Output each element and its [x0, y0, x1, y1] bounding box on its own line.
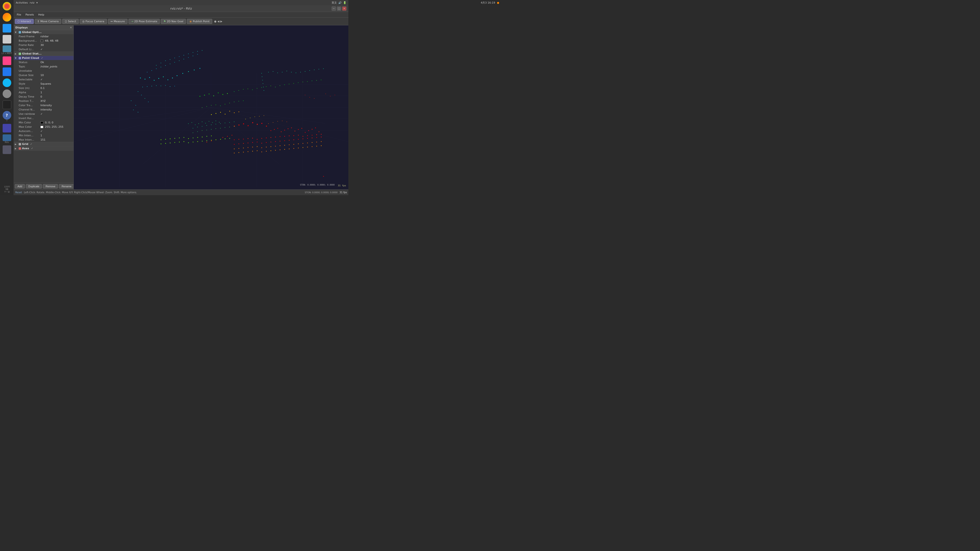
svg-rect-36 — [174, 62, 175, 63]
dock-icon-files[interactable] — [2, 34, 12, 44]
color-transform-value[interactable]: Intensity — [40, 104, 73, 107]
svg-rect-226 — [298, 148, 299, 148]
dock-icon-help[interactable]: ? ? — [2, 111, 12, 122]
svg-rect-214 — [243, 152, 244, 152]
restore-button[interactable]: □ — [337, 6, 341, 11]
point-cloud-header[interactable]: ▼ Point Cloud ✓ — [14, 56, 73, 60]
dock-icon-mrpt[interactable]: LX + MRPT — [2, 45, 12, 55]
size-value: 0.1 — [40, 87, 73, 90]
svg-rect-312 — [314, 98, 315, 99]
autocompute-value[interactable]: ✓ — [40, 130, 73, 133]
menu-help[interactable]: Help — [37, 13, 46, 17]
background-swatch[interactable] — [40, 40, 43, 42]
svg-rect-131 — [270, 130, 271, 131]
max-color-swatch[interactable] — [40, 126, 43, 128]
svg-rect-116 — [259, 116, 259, 116]
svg-rect-287 — [225, 127, 225, 128]
svg-rect-33 — [161, 67, 161, 67]
svg-rect-132 — [274, 129, 275, 130]
menu-file[interactable]: File — [15, 13, 23, 17]
svg-rect-173 — [239, 143, 239, 144]
dock-icon-settings[interactable] — [2, 89, 12, 99]
toolbar-focus-camera[interactable]: ◎ Focus Camera — [80, 19, 107, 24]
svg-rect-269 — [219, 122, 220, 122]
svg-rect-18 — [145, 79, 145, 79]
dock-icon-rviz[interactable]: RViz — [2, 134, 12, 144]
svg-rect-274 — [211, 125, 212, 125]
topic-value[interactable]: /rslidar_points — [40, 65, 73, 68]
dock-icon-vscode[interactable] — [2, 23, 12, 33]
3d-viewport[interactable]: 31 fps STON: 0.0000; 0.0000; 0.0000 — [74, 25, 348, 189]
style-value[interactable]: Squares — [40, 82, 73, 86]
dock-icon-catia[interactable] — [2, 123, 12, 133]
toolbar-arrow-right[interactable]: ▶ — [220, 20, 222, 23]
app-label[interactable]: rviz — [30, 1, 35, 4]
axes-header[interactable]: ▶ Axes ✓ — [14, 146, 73, 151]
svg-rect-104 — [239, 101, 239, 102]
dock-icon-chrome[interactable] — [2, 1, 12, 11]
toolbar-arrow-left[interactable]: ◀ — [218, 20, 220, 23]
use-rainbow-value[interactable]: ✓ — [40, 113, 73, 116]
publish-point-label: Publish Point — [193, 20, 210, 23]
min-intensity-label: Min Inten... — [18, 134, 40, 137]
rename-button[interactable]: Rename — [59, 184, 74, 189]
duplicate-button[interactable]: Duplicate — [26, 184, 42, 189]
dock-icon-vscode2[interactable] — [2, 67, 12, 77]
remove-button[interactable]: Remove — [43, 184, 58, 189]
alpha-label: Alpha — [18, 91, 40, 94]
lang-label[interactable]: 英文 — [332, 1, 337, 5]
dock-icon-qq[interactable] — [2, 78, 12, 88]
displays-close-button[interactable]: ✕ — [70, 26, 72, 29]
svg-rect-268 — [216, 121, 216, 121]
svg-rect-313 — [309, 97, 310, 98]
svg-rect-257 — [220, 139, 221, 140]
svg-rect-304 — [305, 71, 305, 72]
toolbar-interact[interactable]: ⬡ Interact — [15, 19, 34, 24]
menu-panels[interactable]: Panels — [24, 13, 36, 17]
svg-rect-130 — [266, 126, 267, 127]
svg-rect-125 — [243, 124, 244, 124]
toolbar-select[interactable]: ◻ Select — [62, 19, 79, 24]
status-value: Ok — [40, 61, 73, 64]
toolbar-move-camera[interactable]: ↕ Move Camera — [35, 19, 61, 24]
reset-button[interactable]: Reset — [15, 191, 22, 194]
svg-rect-296 — [268, 72, 269, 73]
svg-rect-253 — [202, 141, 203, 141]
dock-icon-pencil[interactable] — [2, 56, 12, 66]
svg-rect-164 — [289, 136, 290, 136]
autocompute-label: Autocom... — [18, 130, 40, 133]
svg-rect-220 — [270, 151, 271, 151]
status-label-text: Status: — [18, 61, 40, 64]
global-options-header[interactable]: ▼ Global Opti... — [14, 30, 73, 34]
title-bar: rviz.rviz* - RViz − □ ✕ — [14, 5, 348, 12]
toolbar-2d-nav-goal[interactable]: ⚑ 2D Nav Goal — [161, 19, 186, 24]
close-button[interactable]: ✕ — [342, 6, 347, 11]
speaker-icon[interactable]: 🔊 — [338, 1, 342, 4]
global-status-header[interactable]: ▶ Global Stat... — [14, 52, 73, 56]
svg-rect-84 — [270, 86, 271, 86]
svg-rect-76 — [234, 91, 234, 92]
dock-icon-terminal[interactable] — [2, 100, 12, 110]
svg-rect-55 — [135, 105, 136, 105]
svg-rect-23 — [167, 79, 168, 80]
svg-rect-20 — [154, 80, 154, 81]
fixed-frame-value: rslidar — [40, 35, 73, 38]
grid-header[interactable]: ▶ Grid ✓ — [14, 142, 73, 146]
svg-rect-239 — [192, 138, 193, 138]
svg-rect-175 — [248, 143, 248, 143]
add-button[interactable]: Add — [15, 184, 25, 189]
svg-rect-134 — [281, 131, 282, 132]
fixed-frame-label: Fixed Frame — [18, 35, 40, 38]
svg-rect-289 — [234, 126, 234, 127]
toolbar-publish-point[interactable]: ◉ Publish Point — [187, 19, 212, 24]
dock-icon-grid[interactable] — [2, 144, 12, 155]
svg-rect-115 — [255, 116, 255, 117]
min-color-swatch[interactable] — [40, 121, 43, 124]
dock-icon-firefox[interactable] — [2, 12, 12, 22]
toolbar-2d-pose-estimate[interactable]: → 2D Pose Estimate — [129, 19, 160, 24]
minimize-button[interactable]: − — [332, 6, 336, 11]
coords-display: STON: 0.0000; 0.0000; 0.0000 — [305, 191, 337, 194]
activities-label[interactable]: Activities — [16, 1, 28, 4]
toolbar-measure[interactable]: ↔ Measure — [108, 19, 127, 24]
main-layout: Displays ✕ ▼ Global Opti... Fixed Frame … — [14, 25, 348, 189]
